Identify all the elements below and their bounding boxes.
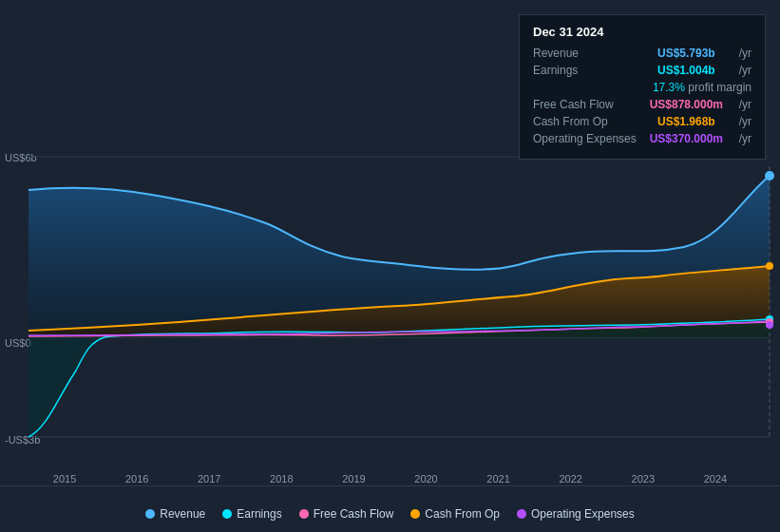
x-label-2022: 2022 [559,473,581,484]
tooltip-earnings-row: Earnings US$1.004b /yr [533,64,751,77]
tooltip-cfo-label: Cash From Op [533,115,637,128]
x-label-2018: 2018 [270,473,293,484]
tooltip-earnings-unit: /yr [739,64,751,77]
fcf-legend-label: Free Cash Flow [314,507,394,521]
cfo-legend-label: Cash From Op [425,507,500,521]
tooltip-revenue-value: US$5.793b [657,47,715,60]
tooltip-fcf-label: Free Cash Flow [533,98,637,111]
legend-item-cfo[interactable]: Cash From Op [410,507,500,521]
tooltip-revenue-unit: /yr [739,47,751,60]
earnings-legend-label: Earnings [237,507,281,521]
earnings-legend-dot [222,509,232,519]
opex-dot [766,321,773,329]
profit-margin-row: 17.3% profit margin [533,81,751,94]
earnings-area [29,319,770,437]
profit-margin-label: profit margin [685,81,751,94]
cfo-legend-dot [410,509,420,519]
profit-margin-value: 17.3% [653,81,685,94]
data-tooltip: Dec 31 2024 Revenue US$5.793b /yr Earnin… [519,14,766,160]
tooltip-opex-unit: /yr [739,132,751,145]
x-label-2016: 2016 [125,473,148,484]
fcf-legend-dot [299,509,309,519]
tooltip-date: Dec 31 2024 [533,25,751,39]
legend-item-fcf[interactable]: Free Cash Flow [299,507,394,521]
revenue-dot [765,171,774,180]
x-label-2019: 2019 [342,473,365,484]
opex-legend-dot [517,509,526,519]
tooltip-earnings-label: Earnings [533,64,637,77]
opex-legend-label: Operating Expenses [531,507,635,521]
revenue-legend-dot [145,509,155,519]
x-label-2020: 2020 [414,473,437,484]
x-axis: 2015 2016 2017 2018 2019 2020 2021 2022 … [0,473,780,484]
x-label-2015: 2015 [53,473,76,484]
tooltip-cfo-value: US$1.968b [657,115,715,128]
tooltip-cfo-unit: /yr [739,115,751,128]
x-label-2021: 2021 [486,473,509,484]
cfo-dot [766,262,773,270]
tooltip-cfo-row: Cash From Op US$1.968b /yr [533,115,751,128]
tooltip-fcf-value: US$878.000m [650,98,723,111]
revenue-legend-label: Revenue [160,507,205,521]
chart-legend: Revenue Earnings Free Cash Flow Cash Fro… [0,507,780,521]
x-label-2024: 2024 [704,473,727,484]
tooltip-earnings-value: US$1.004b [657,64,715,77]
tooltip-revenue-label: Revenue [533,47,637,60]
tooltip-opex-label: Operating Expenses [533,132,637,145]
legend-item-earnings[interactable]: Earnings [222,507,281,521]
legend-item-revenue[interactable]: Revenue [145,507,205,521]
x-label-2023: 2023 [632,473,655,484]
legend-item-opex[interactable]: Operating Expenses [517,507,635,521]
x-label-2017: 2017 [198,473,220,484]
tooltip-fcf-unit: /yr [739,98,751,111]
tooltip-revenue-row: Revenue US$5.793b /yr [533,47,751,60]
tooltip-opex-value: US$370.000m [650,132,723,145]
tooltip-opex-row: Operating Expenses US$370.000m /yr [533,132,751,145]
legend-divider [0,485,780,486]
tooltip-fcf-row: Free Cash Flow US$878.000m /yr [533,98,751,111]
